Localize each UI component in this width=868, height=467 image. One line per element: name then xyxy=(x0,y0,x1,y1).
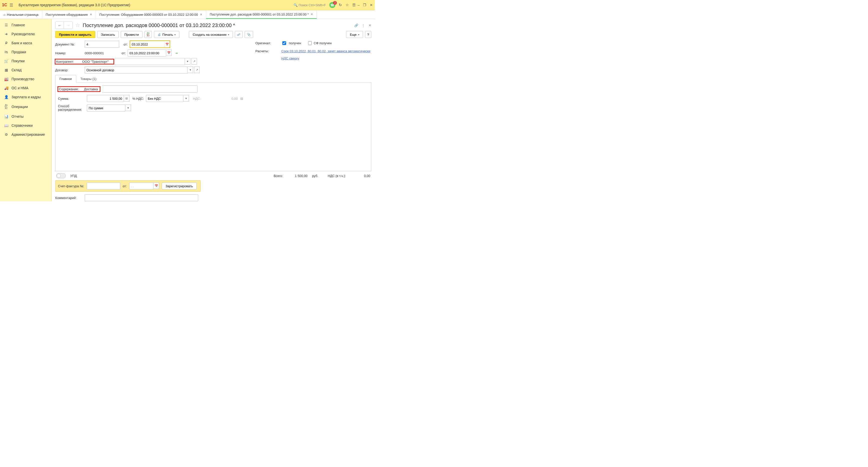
create-based-on-button[interactable]: Создать на основании▾ xyxy=(189,31,233,38)
vat-mode-link[interactable]: НДС сверху xyxy=(281,57,299,60)
dropdown-icon[interactable]: ▾ xyxy=(125,105,131,111)
menu-lines-icon[interactable]: ☰ xyxy=(352,3,355,7)
save-button[interactable]: Записать xyxy=(97,31,119,38)
vat-pct-input[interactable] xyxy=(146,95,183,102)
sidebar-item-assets[interactable]: 🚚ОС и НМА xyxy=(0,84,52,92)
dropdown-icon[interactable]: ▾ xyxy=(183,95,189,101)
app-logo: 1C xyxy=(2,3,7,7)
help-button[interactable]: ? xyxy=(365,31,371,38)
list-icon: ☰ xyxy=(4,23,8,27)
total-value: 1 500,00 xyxy=(287,174,308,178)
print-button[interactable]: 🖨Печать▾ xyxy=(154,31,180,38)
sidebar-item-manager[interactable]: ➜Руководителю xyxy=(0,29,52,38)
sf-received-checkbox[interactable]: СФ получен xyxy=(307,40,332,46)
post-and-close-button[interactable]: Провести и закрыть xyxy=(55,31,95,38)
content-input-ext[interactable] xyxy=(102,86,198,92)
invoice-no-input[interactable] xyxy=(87,182,120,189)
dropdown-icon[interactable]: ▾ xyxy=(188,66,193,73)
calc-icon: ⊟ xyxy=(240,97,244,100)
doc-date-input[interactable] xyxy=(130,41,164,48)
sum-input[interactable] xyxy=(87,95,124,102)
close-pane-icon[interactable]: ✕ xyxy=(369,24,371,27)
hamburger-icon[interactable]: ☰ xyxy=(9,3,14,7)
forward-button[interactable]: → xyxy=(64,22,72,29)
search-placeholder: Поиск Ctrl+Shift+F xyxy=(299,3,326,7)
vat-incl-label: НДС (в т.ч.): xyxy=(328,174,346,178)
calc-link[interactable]: Срок 03.10.2022, 60.01, 60.02, зачет ава… xyxy=(281,49,370,53)
back-button[interactable]: ← xyxy=(56,22,64,29)
close-icon[interactable]: ✕ xyxy=(370,3,373,7)
sidebar-item-admin[interactable]: ⚙Администрирование xyxy=(0,130,52,139)
comment-input[interactable] xyxy=(85,194,198,201)
calc-label: Расчеты: xyxy=(255,49,275,53)
sidebar-item-sales[interactable]: 🛍Продажи xyxy=(0,48,52,57)
sidebar-item-bank[interactable]: ₽Банк и касса xyxy=(0,38,52,48)
tab-home[interactable]: ⌂ Начальная страница xyxy=(0,10,42,19)
tab-main[interactable]: Главное xyxy=(55,75,76,83)
number-date-input[interactable] xyxy=(128,50,166,57)
tab-equipment-receipt[interactable]: Поступление оборудования ✕ xyxy=(42,10,96,19)
dtkt-button[interactable]: ДтКт xyxy=(145,31,152,38)
sidebar-item-catalogs[interactable]: 📖Справочники xyxy=(0,121,52,130)
sidebar-item-salary[interactable]: 👤Зарплата и кадры xyxy=(0,92,52,101)
attach-button[interactable]: 📎 xyxy=(245,31,253,38)
ruble-icon: ₽ xyxy=(4,41,8,45)
tab-additional-expenses[interactable]: Поступление доп. расходов 0000-000001 от… xyxy=(206,10,317,19)
maximize-icon[interactable]: ❐ xyxy=(363,3,366,7)
truck-icon: 🚚 xyxy=(4,86,8,90)
counterparty-input-ext[interactable] xyxy=(115,58,185,65)
post-button[interactable]: Провести xyxy=(121,31,143,38)
sidebar-item-operations[interactable]: ДтКтОперации xyxy=(0,101,52,112)
calc-icon[interactable]: ⊟ xyxy=(124,95,129,101)
tab-close-icon[interactable]: ✕ xyxy=(200,13,203,16)
global-search[interactable]: 🔍 Поиск Ctrl+Shift+F xyxy=(293,3,326,7)
sidebar-item-warehouse[interactable]: ▦Склад xyxy=(0,65,52,75)
invoice-no-label: Счет-фактура №: xyxy=(58,184,84,188)
open-tabs: ⌂ Начальная страница Поступление оборудо… xyxy=(0,10,375,19)
gear-icon: ⚙ xyxy=(4,133,8,137)
calendar-icon[interactable]: 📅 xyxy=(166,50,172,56)
calendar-icon[interactable]: 📅 xyxy=(154,182,159,189)
original-received-checkbox[interactable]: получен xyxy=(281,40,301,46)
link-icon[interactable]: 🔗 xyxy=(354,24,358,27)
open-icon[interactable]: ↗ xyxy=(194,66,199,73)
distribution-input[interactable] xyxy=(87,105,125,112)
notifications-icon[interactable]: ☎ 2 xyxy=(329,2,335,8)
contract-label: Договор: xyxy=(55,68,83,72)
tab-close-icon[interactable]: ✕ xyxy=(311,12,313,16)
upd-toggle[interactable] xyxy=(56,173,66,178)
total-label: Всего: xyxy=(274,174,283,178)
kebab-icon[interactable]: ⋮ xyxy=(362,24,365,27)
tab-pane-main: Содержание: Доставка Сумма: ⊟ % НДС: ▾ xyxy=(55,83,371,171)
doc-no-input[interactable] xyxy=(85,41,119,48)
vat-incl-value: 0,00 xyxy=(350,174,370,178)
favorite-star-icon[interactable]: ☆ xyxy=(75,22,80,29)
invoice-date-input[interactable] xyxy=(129,182,154,189)
star-icon[interactable]: ☆ xyxy=(346,3,349,7)
tab-goods[interactable]: Товары (1) xyxy=(76,75,101,83)
toolbar: Провести и закрыть Записать Провести ДтК… xyxy=(55,31,371,38)
number-label: Номер: xyxy=(55,51,83,55)
currency-label: руб. xyxy=(312,174,318,178)
register-button[interactable]: Зарегистрировать xyxy=(162,182,196,189)
tab-close-icon[interactable]: ✕ xyxy=(90,13,92,16)
app-title: Бухгалтерия предприятия (базовая), редак… xyxy=(19,3,130,7)
dropdown-icon[interactable]: ▾ xyxy=(185,58,190,64)
history-icon[interactable]: ↻ xyxy=(339,3,342,7)
contract-input[interactable] xyxy=(85,66,188,74)
sidebar-item-reports[interactable]: 📊Отчеты xyxy=(0,112,52,121)
related-button[interactable]: ☍ xyxy=(235,31,243,38)
open-icon[interactable]: ↗ xyxy=(191,58,197,64)
bag-icon: 🛍 xyxy=(4,50,8,54)
person-icon: 👤 xyxy=(4,95,8,99)
sidebar-item-production[interactable]: 🏭Производство xyxy=(0,75,52,84)
tab-receipt-equipment-doc[interactable]: Поступление: Оборудование 0000-000003 от… xyxy=(96,10,206,19)
vat-label: НДС: xyxy=(193,97,200,100)
calendar-icon[interactable]: 📅 xyxy=(164,41,169,48)
factory-icon: 🏭 xyxy=(4,77,8,81)
minimize-icon[interactable]: – xyxy=(358,3,360,7)
sidebar-item-purchases[interactable]: 🛒Покупки xyxy=(0,57,52,65)
home-icon: ⌂ xyxy=(3,13,5,17)
more-button[interactable]: Еще▾ xyxy=(346,31,363,38)
sidebar-item-main[interactable]: ☰Главное xyxy=(0,21,52,29)
